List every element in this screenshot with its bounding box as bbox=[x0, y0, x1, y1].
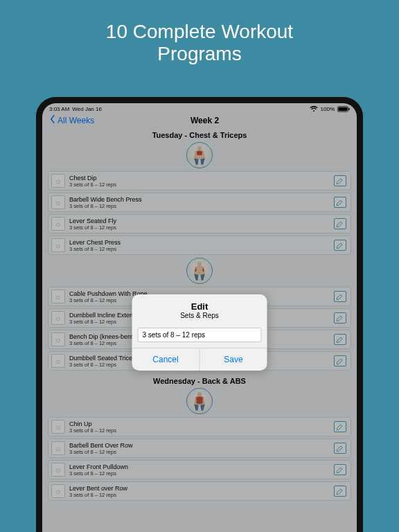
modal-subtitle: Sets & Reps bbox=[138, 312, 262, 319]
save-button[interactable]: Save bbox=[200, 348, 267, 371]
device-frame: 3:03 AM Wed Jan 16 100% All Weeks Week 2… bbox=[36, 97, 363, 532]
modal-title: Edit bbox=[138, 301, 262, 312]
promo-title: 10 Complete Workout Programs bbox=[0, 0, 399, 65]
edit-modal: Edit Sets & Reps 3 sets of 8 – 12 reps C… bbox=[132, 294, 267, 371]
sets-reps-input[interactable]: 3 sets of 8 – 12 reps bbox=[138, 328, 262, 342]
promo-line-2: Programs bbox=[157, 43, 241, 64]
device-screen: 3:03 AM Wed Jan 16 100% All Weeks Week 2… bbox=[42, 103, 357, 532]
promo-line-1: 10 Complete Workout bbox=[106, 21, 293, 42]
cancel-button[interactable]: Cancel bbox=[132, 348, 200, 371]
